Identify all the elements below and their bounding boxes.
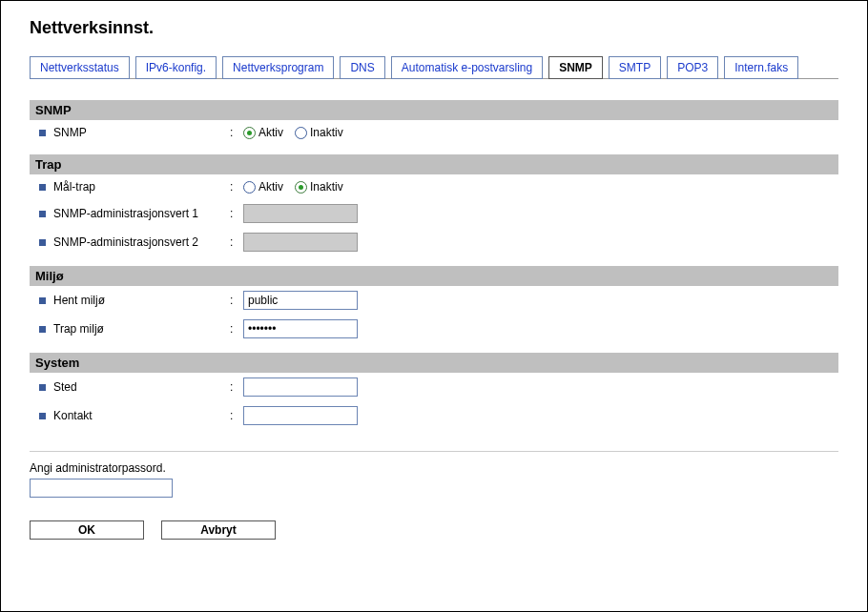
tab-nettverksprogram[interactable]: Nettverksprogram xyxy=(222,56,334,79)
snmp-radio-inactive[interactable]: Inaktiv xyxy=(295,126,343,139)
tab-ipv6-konfig[interactable]: IPv6-konfig. xyxy=(135,56,217,79)
tab-automatisk-epostvarsling[interactable]: Automatisk e-postvarsling xyxy=(391,56,543,79)
kontakt-input[interactable] xyxy=(243,406,358,425)
snmp-host1-input[interactable] xyxy=(243,204,358,223)
bullet-icon xyxy=(39,239,46,246)
hent-miljo-input[interactable] xyxy=(243,291,358,310)
tabs: Nettverksstatus IPv6-konfig. Nettverkspr… xyxy=(30,55,838,79)
radio-label-active: Aktiv xyxy=(258,126,283,139)
bullet-icon xyxy=(39,297,46,304)
field-snmp: SNMP : Aktiv Inaktiv xyxy=(30,120,838,145)
page-title: Nettverksinnst. xyxy=(30,18,838,38)
colon: : xyxy=(230,207,243,220)
tab-internfaks[interactable]: Intern.faks xyxy=(724,56,798,79)
bullet-icon xyxy=(39,384,46,391)
section-system-header: System xyxy=(30,353,838,373)
colon: : xyxy=(230,235,243,249)
radio-unchecked-icon xyxy=(243,181,256,194)
bullet-icon xyxy=(39,184,46,191)
kontakt-label: Kontakt xyxy=(53,409,93,422)
tab-smtp[interactable]: SMTP xyxy=(609,56,661,79)
section-env-header: Miljø xyxy=(30,266,838,286)
footer: Angi administratorpassord. OK Avbryt xyxy=(30,451,838,540)
trap-miljo-label: Trap miljø xyxy=(53,322,104,336)
radio-label-inactive: Inaktiv xyxy=(310,126,343,139)
field-snmp-host1: SNMP-administrasjonsvert 1 : xyxy=(30,199,838,228)
tab-pop3[interactable]: POP3 xyxy=(667,56,718,79)
bullet-icon xyxy=(39,211,46,217)
trap-radio-inactive[interactable]: Inaktiv xyxy=(295,180,343,194)
snmp-host1-label: SNMP-administrasjonsvert 1 xyxy=(53,207,198,220)
bullet-icon xyxy=(39,413,46,419)
tab-dns[interactable]: DNS xyxy=(340,56,384,79)
colon: : xyxy=(230,409,243,422)
colon: : xyxy=(230,322,243,336)
bullet-icon xyxy=(39,326,46,333)
radio-label-active: Aktiv xyxy=(258,180,283,194)
tab-snmp[interactable]: SNMP xyxy=(548,56,603,79)
colon: : xyxy=(230,180,243,194)
colon: : xyxy=(230,126,243,139)
bullet-icon xyxy=(39,130,46,136)
trap-radio-active[interactable]: Aktiv xyxy=(243,180,283,194)
ok-button[interactable]: OK xyxy=(30,520,144,540)
sted-label: Sted xyxy=(53,380,77,394)
cancel-button[interactable]: Avbryt xyxy=(161,520,276,540)
field-kontakt: Kontakt : xyxy=(30,401,838,430)
snmp-host2-label: SNMP-administrasjonsvert 2 xyxy=(53,235,198,249)
section-trap-header: Trap xyxy=(30,154,838,174)
field-mal-trap: Mål-trap : Aktiv Inaktiv xyxy=(30,174,838,199)
mal-trap-label: Mål-trap xyxy=(53,180,95,194)
admin-password-label: Angi administratorpassord. xyxy=(30,461,838,475)
hent-miljo-label: Hent miljø xyxy=(53,294,105,307)
field-snmp-host2: SNMP-administrasjonsvert 2 : xyxy=(30,228,838,256)
field-hent-miljo: Hent miljø : xyxy=(30,286,838,315)
colon: : xyxy=(230,380,243,394)
radio-checked-icon xyxy=(295,181,307,194)
sted-input[interactable] xyxy=(243,377,358,397)
tab-nettverksstatus[interactable]: Nettverksstatus xyxy=(30,56,130,79)
snmp-label: SNMP xyxy=(53,126,87,139)
radio-label-inactive: Inaktiv xyxy=(310,180,343,194)
section-snmp-header: SNMP xyxy=(30,100,838,120)
snmp-host2-input[interactable] xyxy=(243,233,358,252)
field-trap-miljo: Trap miljø : xyxy=(30,315,838,343)
snmp-radio-active[interactable]: Aktiv xyxy=(243,126,283,139)
radio-checked-icon xyxy=(243,127,256,139)
radio-unchecked-icon xyxy=(295,127,307,139)
colon: : xyxy=(230,294,243,307)
trap-miljo-input[interactable] xyxy=(243,319,358,338)
admin-password-input[interactable] xyxy=(30,479,173,498)
field-sted: Sted : xyxy=(30,373,838,401)
